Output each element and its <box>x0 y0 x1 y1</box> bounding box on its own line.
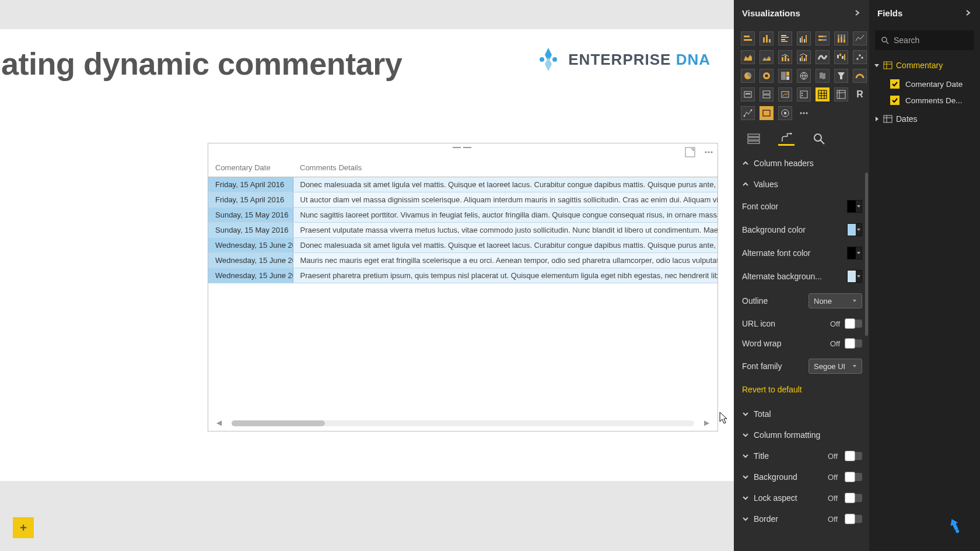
section-label: Border <box>754 514 778 524</box>
col-header-date[interactable]: Comentary Date <box>208 159 293 177</box>
outline-dropdown[interactable]: None <box>808 293 862 308</box>
fields-well-icon[interactable] <box>746 132 762 146</box>
scrollbar-track[interactable] <box>232 420 694 426</box>
clustered-column-icon[interactable] <box>797 31 811 45</box>
kpi-icon[interactable] <box>778 87 792 101</box>
revert-to-default-link[interactable]: Revert to default <box>740 379 864 403</box>
table-commentary[interactable]: Commentary <box>869 55 980 76</box>
table-row[interactable]: Friday, 15 April 2016Ut auctor diam vel … <box>208 192 718 208</box>
section-background[interactable]: Background Off <box>740 466 864 487</box>
map-icon[interactable] <box>797 69 811 83</box>
toggle-switch[interactable] <box>845 473 862 481</box>
visual-drag-handle-icon[interactable] <box>452 147 475 150</box>
svg-rect-46 <box>781 72 786 80</box>
table-row[interactable]: Friday, 15 April 2016Donec malesuada sit… <box>208 177 718 192</box>
scroll-right-icon[interactable]: ▶ <box>704 419 709 427</box>
col-header-details[interactable]: Comments Details <box>293 159 718 177</box>
add-page-button[interactable]: + <box>13 517 34 538</box>
line-chart-icon[interactable] <box>853 31 867 45</box>
waterfall-icon[interactable] <box>834 50 848 64</box>
fields-pane-header[interactable]: Fields <box>869 0 980 26</box>
format-pane-scrollbar[interactable] <box>865 173 868 336</box>
svg-rect-15 <box>800 38 801 43</box>
color-picker[interactable] <box>847 247 862 259</box>
table-row[interactable]: Sunday, 15 May 2016Praesent vulputate ma… <box>208 223 718 238</box>
scroll-left-icon[interactable]: ◀ <box>216 419 222 427</box>
color-picker[interactable] <box>847 223 862 236</box>
fields-search-input[interactable]: Search <box>875 30 974 50</box>
scatter-icon[interactable] <box>853 50 867 64</box>
svg-point-80 <box>882 37 887 42</box>
section-total[interactable]: Total <box>740 403 864 424</box>
color-picker[interactable] <box>847 200 862 213</box>
matrix-icon[interactable] <box>834 87 848 101</box>
commentary-table: Comentary Date Comments Details Friday, … <box>208 159 718 283</box>
visualizations-pane-header[interactable]: Visualizations <box>734 0 869 26</box>
clustered-bar-icon[interactable] <box>778 31 792 45</box>
checkbox-checked-icon[interactable] <box>890 96 900 105</box>
field-comments-details[interactable]: Comments De... <box>869 92 980 108</box>
section-column-headers[interactable]: Column headers <box>740 153 864 174</box>
table-dates[interactable]: Dates <box>869 108 980 129</box>
line-stacked-column-icon[interactable] <box>778 50 792 64</box>
prop-label: URL icon <box>742 319 775 328</box>
area-chart-icon[interactable] <box>741 50 755 64</box>
toggle-switch[interactable] <box>845 339 862 348</box>
field-comentary-date[interactable]: Comentary Date <box>869 76 980 92</box>
toggle-switch[interactable] <box>845 515 862 523</box>
line-clustered-column-icon[interactable] <box>797 50 811 64</box>
python-visual-icon[interactable] <box>741 106 755 120</box>
section-border[interactable]: Border Off <box>740 508 864 529</box>
table-row[interactable]: Wednesday, 15 June 2016Praesent pharetra… <box>208 268 718 283</box>
prop-outline: Outline None <box>740 288 864 314</box>
filled-map-icon[interactable] <box>816 69 830 83</box>
gauge-icon[interactable] <box>853 69 867 83</box>
section-title[interactable]: Title Off <box>740 445 864 466</box>
toggle-switch[interactable] <box>845 452 862 460</box>
table-row[interactable]: Wednesday, 15 June 2016Mauris nec mauris… <box>208 253 718 268</box>
hundred-stacked-column-icon[interactable] <box>834 31 848 45</box>
more-options-icon[interactable] <box>704 147 714 157</box>
scrollbar-thumb[interactable] <box>232 420 325 426</box>
pie-icon[interactable] <box>741 69 755 83</box>
chevron-down-icon <box>742 410 749 417</box>
color-picker[interactable] <box>847 270 862 283</box>
table-visual[interactable]: Comentary Date Comments Details Friday, … <box>208 143 718 431</box>
multi-row-card-icon[interactable] <box>760 87 774 101</box>
table-row[interactable]: Sunday, 15 May 2016Nunc sagittis laoreet… <box>208 208 718 223</box>
section-lock-aspect[interactable]: Lock aspect Off <box>740 487 864 508</box>
analytics-well-icon[interactable] <box>811 132 827 146</box>
ribbon-chart-icon[interactable] <box>816 50 830 64</box>
format-well-icon[interactable] <box>778 132 794 146</box>
collapse-pane-icon[interactable] <box>965 9 972 16</box>
svg-rect-76 <box>748 141 760 143</box>
focus-mode-icon[interactable] <box>685 147 695 157</box>
table-visual-icon[interactable] <box>816 87 830 101</box>
r-visual-icon[interactable]: R <box>853 87 867 101</box>
collapse-pane-icon[interactable] <box>854 9 861 16</box>
funnel-icon[interactable] <box>834 69 848 83</box>
hundred-stacked-bar-icon[interactable] <box>816 31 830 45</box>
stacked-area-icon[interactable] <box>760 50 774 64</box>
stacked-column-icon[interactable] <box>760 31 774 45</box>
stacked-bar-icon[interactable] <box>741 31 755 45</box>
chevron-down-icon <box>742 452 749 459</box>
font-family-dropdown[interactable]: Segoe UI <box>808 359 862 374</box>
toggle-switch[interactable] <box>845 494 862 502</box>
table-row[interactable]: Wednesday, 15 June 2016Donec malesuada s… <box>208 238 718 253</box>
toggle-state: Off <box>828 515 838 524</box>
horizontal-scrollbar[interactable]: ◀ ▶ <box>216 419 709 427</box>
checkbox-checked-icon[interactable] <box>890 79 900 89</box>
key-influencers-icon[interactable] <box>760 106 774 120</box>
section-column-formatting[interactable]: Column formatting <box>740 424 864 445</box>
card-icon[interactable] <box>741 87 755 101</box>
svg-point-5 <box>710 151 712 153</box>
donut-icon[interactable] <box>760 69 774 83</box>
slicer-icon[interactable] <box>797 87 811 101</box>
get-more-visuals-icon[interactable] <box>797 106 811 120</box>
svg-rect-14 <box>781 41 788 42</box>
toggle-switch[interactable] <box>845 320 862 328</box>
treemap-icon[interactable] <box>778 69 792 83</box>
arcgis-icon[interactable] <box>778 106 792 120</box>
section-values[interactable]: Values <box>740 174 864 195</box>
